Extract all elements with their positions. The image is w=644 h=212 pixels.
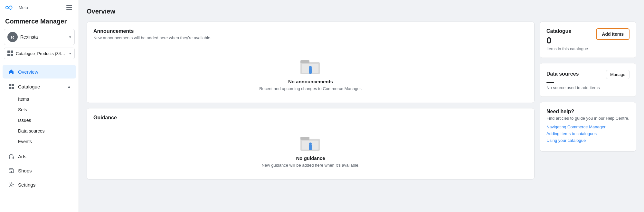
content-layout: Announcements New announcements will be … (87, 22, 636, 204)
svg-rect-11 (309, 68, 312, 74)
left-column: Announcements New announcements will be … (87, 22, 535, 204)
sidebar-item-shops-label: Shops (18, 168, 32, 173)
data-sources-panel: Data sources Manage No source used to ad… (540, 63, 636, 97)
app-title: Commerce Manager (0, 15, 79, 29)
sidebar-item-overview-label: Overview (18, 69, 38, 75)
guidance-card: Guidance No guidance New guidance will b… (87, 108, 535, 180)
sidebar-item-overview[interactable]: Overview (3, 65, 76, 78)
catalogue-selector[interactable]: Catalogue_Products (34078... ▾ (4, 48, 75, 59)
manage-button[interactable]: Manage (606, 70, 630, 79)
catalogue-icon (8, 83, 15, 90)
catalogue-count-label: Items in this catalogue (546, 46, 588, 51)
account-chevron-icon: ▾ (69, 35, 71, 39)
add-items-button[interactable]: Add Items (596, 28, 630, 40)
announcements-title: Announcements (93, 28, 528, 34)
sidebar-subitem-items[interactable]: Items (3, 94, 76, 104)
account-selector[interactable]: R Rexinsta ▾ (4, 29, 75, 45)
meta-text: Meta (19, 5, 28, 10)
ads-icon (8, 153, 15, 160)
sidebar-item-catalogue[interactable]: Catalogue ▲ (3, 80, 76, 93)
sidebar: Meta Commerce Manager R Rexinsta ▾ Catal… (0, 0, 79, 212)
catalogue-name: Catalogue_Products (34078... (16, 51, 67, 56)
announcements-card: Announcements New announcements will be … (87, 22, 535, 103)
catalogue-panel-header: Catalogue 0 Items in this catalogue Add … (546, 28, 630, 51)
svg-rect-14 (300, 137, 309, 140)
sidebar-section-catalogue: Catalogue ▲ Items Sets Issues Data sourc… (0, 80, 79, 148)
catalogue-collapse-icon: ▲ (67, 85, 71, 88)
help-link-2[interactable]: Using your catalogue (546, 138, 630, 143)
sidebar-subitem-events[interactable]: Events (3, 136, 76, 147)
help-title: Need help? (546, 109, 630, 115)
announcements-illustration (298, 53, 324, 79)
sidebar-item-settings[interactable]: Settings (3, 178, 76, 191)
guidance-empty-desc: New guidance will be added here when it'… (262, 163, 360, 168)
sidebar-item-ads-label: Ads (18, 154, 26, 159)
svg-rect-3 (12, 87, 14, 89)
announcements-empty-title: No announcements (288, 79, 333, 84)
avatar: R (7, 32, 18, 42)
svg-rect-2 (9, 87, 11, 89)
shops-icon (8, 167, 15, 174)
catalogue-chevron-icon: ▾ (69, 51, 71, 56)
dash-line (546, 82, 554, 83)
catalogue-panel: Catalogue 0 Items in this catalogue Add … (540, 22, 636, 58)
data-sources-title: Data sources (546, 71, 579, 77)
sidebar-subitem-sets[interactable]: Sets (3, 105, 76, 115)
catalogue-header-left: Catalogue (8, 83, 40, 90)
guidance-empty-state: No guidance New guidance will be added h… (93, 122, 528, 173)
sidebar-nav: Overview Catalogue ▲ Items Sets Issues D… (0, 63, 79, 193)
sidebar-item-settings-label: Settings (18, 182, 35, 188)
help-link-1[interactable]: Adding items to catalogues (546, 131, 630, 136)
sidebar-item-ads[interactable]: Ads (3, 150, 76, 163)
catalogue-count: 0 (546, 35, 588, 46)
settings-icon (8, 181, 15, 188)
main-content: Overview Announcements New announcements… (79, 0, 644, 212)
announcements-empty-desc: Recent and upcoming changes to Commerce … (259, 86, 362, 91)
page-title: Overview (87, 8, 636, 15)
data-sources-header: Data sources Manage (546, 70, 630, 79)
svg-point-7 (10, 184, 12, 186)
sidebar-header: Meta (0, 0, 79, 15)
catalogue-grid-icon (7, 51, 13, 56)
help-link-0[interactable]: Navigating Commerce Manager (546, 124, 630, 129)
right-column: Catalogue 0 Items in this catalogue Add … (540, 22, 636, 204)
hamburger-button[interactable] (65, 4, 73, 11)
svg-rect-16 (309, 144, 312, 150)
no-source-text: No source used to add items (546, 85, 630, 90)
guidance-empty-title: No guidance (296, 155, 325, 161)
catalogue-panel-title: Catalogue (546, 28, 588, 34)
guidance-illustration (298, 130, 324, 155)
sidebar-subitem-data-sources[interactable]: Data sources (3, 126, 76, 136)
svg-point-12 (309, 66, 312, 69)
help-subtitle: Find articles to guide you in our Help C… (546, 116, 630, 121)
sidebar-subitem-issues[interactable]: Issues (3, 115, 76, 125)
home-icon (8, 68, 15, 75)
svg-rect-5 (13, 157, 14, 159)
svg-rect-4 (9, 157, 10, 159)
catalogue-subitems: Items Sets Issues Data sources Events (0, 94, 79, 148)
sidebar-item-catalogue-label: Catalogue (18, 84, 40, 89)
svg-point-17 (309, 143, 312, 145)
svg-rect-9 (300, 60, 309, 63)
meta-logo-icon (5, 5, 17, 10)
svg-rect-6 (11, 171, 12, 173)
account-name: Rexinsta (20, 34, 67, 40)
catalogue-panel-info: Catalogue 0 Items in this catalogue (546, 28, 588, 51)
help-panel: Need help? Find articles to guide you in… (540, 102, 636, 152)
svg-rect-0 (9, 84, 11, 86)
meta-logo: Meta (5, 5, 28, 10)
svg-rect-1 (12, 84, 14, 86)
guidance-title: Guidance (93, 115, 528, 121)
announcements-subtitle: New announcements will be added here whe… (93, 35, 528, 40)
sidebar-item-shops[interactable]: Shops (3, 164, 76, 177)
announcements-empty-state: No announcements Recent and upcoming cha… (93, 45, 528, 96)
